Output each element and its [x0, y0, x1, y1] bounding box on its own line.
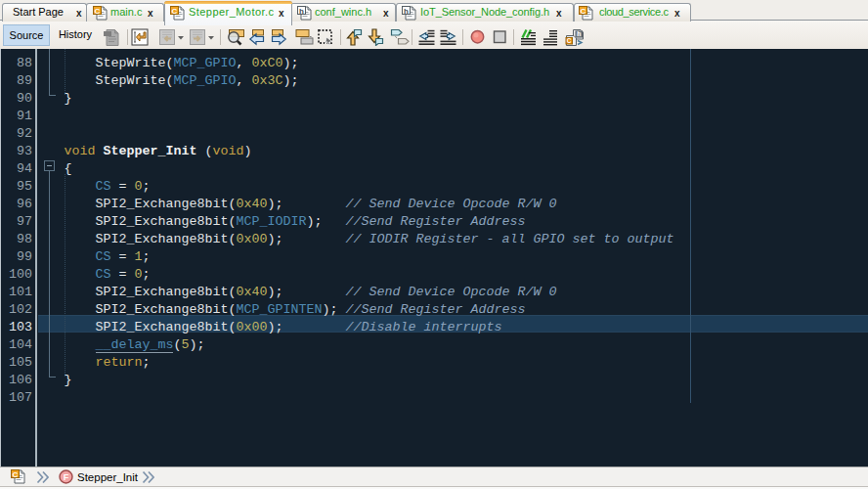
svg-text:C: C: [95, 7, 101, 16]
svg-text:C: C: [567, 37, 572, 44]
svg-text:h: h: [577, 30, 581, 37]
svg-text:C: C: [172, 7, 178, 16]
svg-text:h: h: [404, 7, 409, 16]
svg-text:h: h: [299, 7, 304, 16]
svg-text:C: C: [581, 7, 586, 16]
svg-text:F: F: [64, 472, 69, 482]
svg-text:C: C: [13, 470, 19, 479]
